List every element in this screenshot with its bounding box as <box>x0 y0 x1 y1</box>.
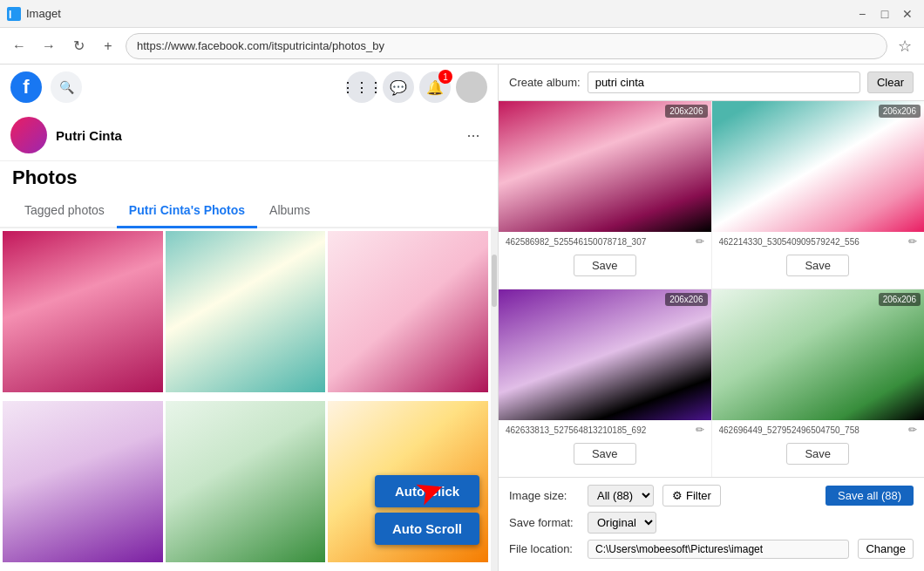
image-filename: 462586982_525546150078718_307 <box>506 237 692 247</box>
save-button[interactable]: Save <box>786 255 849 276</box>
format-row: Save format: Original <box>509 512 914 534</box>
image-grid: 206x206 462586982_525546150078718_307 ✏ … <box>499 101 924 477</box>
image-size-badge: 206x206 <box>879 105 921 118</box>
main-content: f 🔍 ⋮⋮⋮ 💬 🔔 1 Putri Cinta ··· Photos Tag <box>0 65 924 571</box>
save-all-button[interactable]: Save all (88) <box>825 486 914 506</box>
image-size-badge: 206x206 <box>879 293 921 306</box>
image-thumbnail: 206x206 <box>499 101 711 232</box>
list-item[interactable] <box>166 231 326 392</box>
photo-tabs: Tagged photos Putri Cinta's Photos Album… <box>0 194 498 228</box>
minimize-button[interactable]: − <box>853 4 872 24</box>
back-button[interactable]: ← <box>7 34 31 58</box>
image-info: 462633813_527564813210185_692 ✏ <box>499 420 711 439</box>
save-button[interactable]: Save <box>786 443 849 465</box>
image-thumbnail: 206x206 <box>712 289 925 420</box>
profile-name: Putri Cinta <box>56 128 451 143</box>
image-thumbnail: 206x206 <box>712 101 925 232</box>
titlebar: I Imaget − □ ✕ <box>0 0 924 28</box>
fb-grid-button[interactable]: ⋮⋮⋮ <box>346 71 377 103</box>
save-row: Save <box>712 251 925 283</box>
file-location-label: File location: <box>509 542 579 555</box>
close-button[interactable]: ✕ <box>898 4 917 24</box>
filter-button[interactable]: ⚙ Filter <box>662 485 721 506</box>
list-item[interactable] <box>3 231 163 392</box>
image-card: 206x206 462696449_527952496504750_758 ✏ … <box>712 289 925 477</box>
fb-scrollbar[interactable] <box>491 228 498 571</box>
change-location-button[interactable]: Change <box>858 539 914 559</box>
image-size-badge: 206x206 <box>665 293 707 306</box>
new-tab-button[interactable]: + <box>96 34 120 58</box>
fb-scrollbar-thumb[interactable] <box>492 255 497 307</box>
fb-search-button[interactable]: 🔍 <box>51 71 82 103</box>
profile-avatar <box>10 117 47 153</box>
titlebar-controls: − □ ✕ <box>853 4 917 24</box>
fb-notifications-button[interactable]: 🔔 1 <box>419 71 451 103</box>
clear-button[interactable]: Clear <box>867 71 914 93</box>
edit-filename-icon[interactable]: ✏ <box>696 424 704 436</box>
save-row: Save <box>712 439 925 472</box>
fb-header-icons: ⋮⋮⋮ 💬 🔔 1 <box>346 71 487 103</box>
fb-messenger-button[interactable]: 💬 <box>383 71 414 103</box>
facebook-panel: f 🔍 ⋮⋮⋮ 💬 🔔 1 Putri Cinta ··· Photos Tag <box>0 65 499 571</box>
image-thumbnail: 206x206 <box>499 289 711 420</box>
image-filename: 462633813_527564813210185_692 <box>506 425 692 435</box>
image-card: 206x206 462214330_530540909579242_556 ✏ … <box>712 101 925 289</box>
refresh-button[interactable]: ↻ <box>66 34 91 58</box>
bookmark-button[interactable]: ☆ <box>893 34 917 58</box>
tab-my-photos[interactable]: Putri Cinta's Photos <box>117 194 257 228</box>
location-row: File location: Change <box>509 539 914 559</box>
app-title: Imaget <box>26 7 61 20</box>
forward-button[interactable]: → <box>37 34 61 58</box>
edit-filename-icon[interactable]: ✏ <box>908 424 917 436</box>
fb-account-button[interactable] <box>456 71 487 103</box>
svg-text:I: I <box>9 9 11 21</box>
fb-header: f 🔍 ⋮⋮⋮ 💬 🔔 1 <box>0 65 498 110</box>
save-button[interactable]: Save <box>574 443 636 465</box>
filter-label: Filter <box>686 489 711 502</box>
app-icon: I <box>7 7 21 21</box>
profile-section: Putri Cinta ··· <box>0 110 498 161</box>
notification-badge: 1 <box>438 70 452 84</box>
list-item[interactable] <box>328 231 488 392</box>
size-filter-row: Image size: All (88) ⚙ Filter Save all (… <box>509 485 914 506</box>
create-album-label: Create album: <box>509 76 581 89</box>
tab-tagged-photos[interactable]: Tagged photos <box>12 194 117 228</box>
image-size-label: Image size: <box>509 489 579 502</box>
facebook-logo: f <box>10 71 42 103</box>
image-info: 462586982_525546150078718_307 ✏ <box>499 232 711 251</box>
format-select[interactable]: Original <box>588 512 656 534</box>
bottom-controls: Image size: All (88) ⚙ Filter Save all (… <box>499 477 924 571</box>
browser-bar: ← → ↻ + ☆ <box>0 28 924 65</box>
list-item[interactable] <box>166 401 326 562</box>
image-card: 206x206 462633813_527564813210185_692 ✏ … <box>499 289 711 477</box>
photo-grid: ➤ Auto Click Auto Scroll <box>0 228 491 571</box>
maximize-button[interactable]: □ <box>875 4 894 24</box>
save-row: Save <box>499 439 711 472</box>
auto-scroll-button[interactable]: Auto Scroll <box>375 513 479 545</box>
file-location-input[interactable] <box>588 540 849 559</box>
photos-heading: Photos <box>0 161 498 194</box>
image-size-select[interactable]: All (88) <box>588 485 654 506</box>
edit-filename-icon[interactable]: ✏ <box>908 235 917 248</box>
image-size-badge: 206x206 <box>665 105 707 118</box>
list-item[interactable]: ➤ Auto Click Auto Scroll <box>328 401 488 562</box>
image-info: 462696449_527952496504750_758 ✏ <box>712 420 925 439</box>
image-info: 462214330_530540909579242_556 ✏ <box>712 232 925 251</box>
album-input[interactable] <box>588 71 860 93</box>
imaget-panel: Create album: Clear 206x206 462586982_52… <box>499 65 924 571</box>
save-button[interactable]: Save <box>574 255 636 276</box>
album-bar: Create album: Clear <box>499 65 924 101</box>
tab-albums[interactable]: Albums <box>257 194 323 228</box>
save-row: Save <box>499 251 711 283</box>
image-card: 206x206 462586982_525546150078718_307 ✏ … <box>499 101 711 289</box>
filter-icon: ⚙ <box>672 489 683 502</box>
edit-filename-icon[interactable]: ✏ <box>696 235 704 248</box>
image-filename: 462214330_530540909579242_556 <box>719 237 906 247</box>
image-filename: 462696449_527952496504750_758 <box>719 425 906 435</box>
save-format-label: Save format: <box>509 516 579 529</box>
address-bar[interactable] <box>126 33 887 59</box>
profile-more-button[interactable]: ··· <box>459 121 487 149</box>
titlebar-left: I Imaget <box>7 7 61 21</box>
list-item[interactable] <box>3 401 163 562</box>
